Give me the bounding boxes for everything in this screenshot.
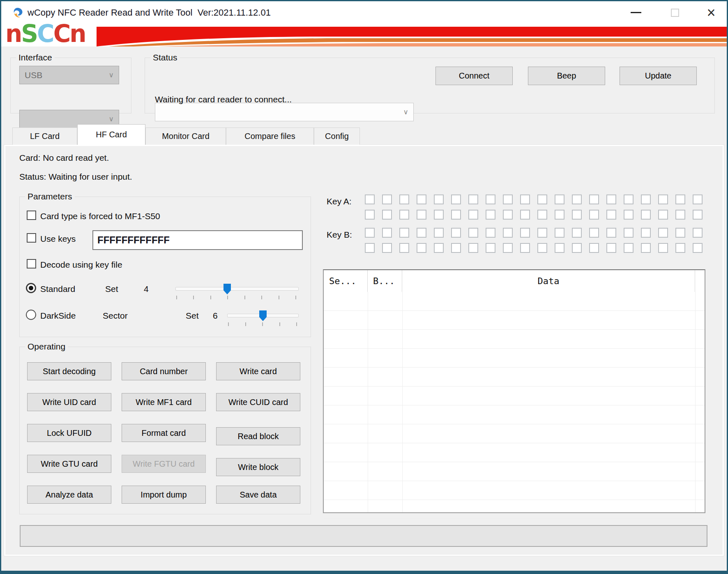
key-hex-box[interactable] [520, 194, 530, 204]
card-number-button[interactable]: Card number [122, 362, 206, 380]
key-hex-box[interactable] [486, 228, 495, 238]
save-data-button[interactable]: Save data [216, 486, 300, 504]
write-fgtu-card-button[interactable]: Write FGTU card [122, 455, 206, 473]
key-hex-box[interactable] [365, 243, 375, 253]
key-hex-box[interactable] [693, 210, 703, 220]
update-button[interactable]: Update [620, 67, 697, 85]
column-header-data[interactable]: Data [402, 270, 695, 292]
tab-hf-card[interactable]: HF Card [77, 124, 145, 145]
key-hex-box[interactable] [675, 243, 685, 253]
minimize-button[interactable] [625, 1, 647, 24]
key-hex-box[interactable] [434, 228, 444, 238]
force-mf1-checkbox[interactable] [27, 211, 36, 220]
key-hex-box[interactable] [382, 228, 392, 238]
key-hex-box[interactable] [658, 210, 668, 220]
key-hex-box[interactable] [606, 243, 616, 253]
key-hex-box[interactable] [572, 228, 582, 238]
key-hex-box[interactable] [503, 194, 513, 204]
key-hex-box[interactable] [572, 210, 582, 220]
read-block-button[interactable]: Read block [216, 427, 300, 445]
decode-key-file-checkbox[interactable] [27, 259, 36, 268]
key-hex-box[interactable] [382, 194, 392, 204]
key-hex-box[interactable] [675, 210, 685, 220]
key-hex-box[interactable] [434, 210, 444, 220]
key-hex-box[interactable] [537, 243, 547, 253]
key-hex-box[interactable] [382, 210, 392, 220]
start-decoding-button[interactable]: Start decoding [27, 362, 111, 380]
key-hex-box[interactable] [468, 228, 478, 238]
key-hex-box[interactable] [675, 228, 685, 238]
key-hex-box[interactable] [382, 243, 392, 253]
lock-ufuid-button[interactable]: Lock UFUID [27, 424, 111, 442]
key-hex-box[interactable] [468, 194, 478, 204]
key-hex-box[interactable] [399, 210, 409, 220]
key-hex-box[interactable] [486, 194, 495, 204]
key-hex-box[interactable] [589, 228, 599, 238]
key-hex-box[interactable] [365, 194, 375, 204]
use-keys-checkbox[interactable] [27, 233, 36, 243]
darkside-radio[interactable] [26, 310, 36, 320]
key-hex-box[interactable] [693, 228, 703, 238]
key-hex-box[interactable] [365, 228, 375, 238]
key-hex-box[interactable] [434, 243, 444, 253]
key-hex-box[interactable] [503, 243, 513, 253]
key-hex-box[interactable] [658, 194, 668, 204]
tab-monitor-card[interactable]: Monitor Card [145, 127, 226, 145]
key-hex-box[interactable] [641, 210, 651, 220]
data-table[interactable]: Se... B... Data [323, 269, 705, 513]
key-hex-box[interactable] [641, 194, 651, 204]
write-card-button[interactable]: Write card [216, 362, 300, 380]
key-hex-box[interactable] [417, 210, 426, 220]
key-hex-box[interactable] [486, 243, 495, 253]
write-gtu-card-button[interactable]: Write GTU card [27, 455, 111, 473]
key-hex-box[interactable] [693, 243, 703, 253]
standard-slider-track[interactable] [175, 287, 299, 291]
interface-port-combobox[interactable]: USB ∨ [19, 66, 119, 84]
key-hex-box[interactable] [399, 194, 409, 204]
key-hex-box[interactable] [365, 210, 375, 220]
key-hex-box[interactable] [417, 228, 426, 238]
key-hex-box[interactable] [589, 210, 599, 220]
key-hex-box[interactable] [537, 210, 547, 220]
key-hex-box[interactable] [641, 228, 651, 238]
key-hex-box[interactable] [417, 243, 426, 253]
key-hex-box[interactable] [606, 194, 616, 204]
key-hex-box[interactable] [555, 194, 564, 204]
status-combobox[interactable]: ∨ [155, 103, 414, 121]
close-button[interactable]: × [700, 1, 722, 24]
key-hex-box[interactable] [451, 210, 461, 220]
key-hex-box[interactable] [537, 194, 547, 204]
analyze-data-button[interactable]: Analyze data [27, 486, 111, 504]
key-hex-box[interactable] [503, 210, 513, 220]
key-hex-box[interactable] [451, 194, 461, 204]
key-hex-box[interactable] [520, 210, 530, 220]
key-hex-box[interactable] [658, 228, 668, 238]
key-hex-box[interactable] [451, 243, 461, 253]
key-hex-box[interactable] [537, 228, 547, 238]
write-block-button[interactable]: Write block [216, 458, 300, 476]
connect-button[interactable]: Connect [435, 67, 513, 85]
key-hex-box[interactable] [606, 228, 616, 238]
key-hex-box[interactable] [486, 210, 495, 220]
key-hex-box[interactable] [399, 228, 409, 238]
format-card-button[interactable]: Format card [122, 424, 206, 442]
tab-compare-files[interactable]: Compare files [226, 127, 314, 145]
key-hex-box[interactable] [624, 210, 634, 220]
import-dump-button[interactable]: Import dump [122, 486, 206, 504]
key-hex-box[interactable] [624, 228, 634, 238]
use-keys-input[interactable] [92, 230, 303, 250]
key-hex-box[interactable] [434, 194, 444, 204]
key-hex-box[interactable] [658, 243, 668, 253]
standard-radio[interactable] [26, 283, 36, 293]
key-hex-box[interactable] [675, 194, 685, 204]
tab-config[interactable]: Config [314, 127, 360, 145]
column-header-sector[interactable]: Se... [324, 270, 368, 292]
write-mf1-card-button[interactable]: Write MF1 card [122, 393, 206, 411]
key-hex-box[interactable] [624, 243, 634, 253]
key-hex-box[interactable] [468, 210, 478, 220]
tab-lf-card[interactable]: LF Card [12, 127, 77, 145]
key-hex-box[interactable] [399, 243, 409, 253]
key-hex-box[interactable] [520, 243, 530, 253]
key-hex-box[interactable] [555, 228, 564, 238]
key-hex-box[interactable] [520, 228, 530, 238]
